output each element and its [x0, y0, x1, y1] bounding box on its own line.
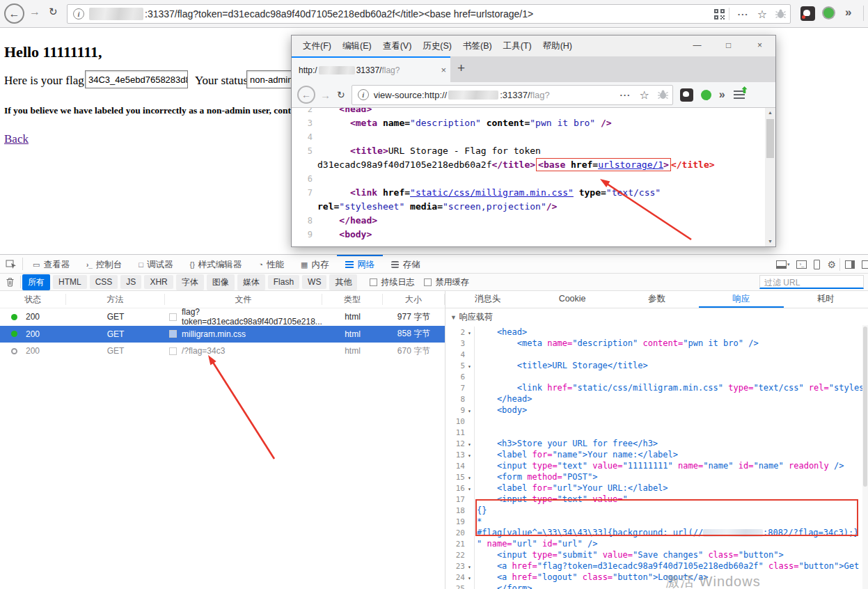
sidebar-toggle-icon[interactable]: [845, 260, 855, 269]
bookmark-star-icon[interactable]: ☆: [757, 8, 767, 21]
clear-requests-icon[interactable]: [6, 277, 15, 287]
menu-with-update-icon[interactable]: [734, 91, 745, 100]
menu-item[interactable]: 历史(S): [423, 40, 452, 52]
reload-button[interactable]: ↻: [49, 6, 58, 18]
address-bar[interactable]: i view-source:http:// :31337/ flag? ··· …: [352, 85, 673, 105]
minimize-button[interactable]: —: [681, 36, 713, 56]
column-header[interactable]: 状态: [0, 294, 66, 305]
menu-item[interactable]: 编辑(E): [342, 40, 372, 52]
detail-tab[interactable]: 消息头: [445, 291, 530, 308]
site-info-icon[interactable]: i: [73, 8, 84, 19]
menu-item[interactable]: 工具(T): [503, 40, 532, 52]
active-tab[interactable]: http:/31337/flag? ×: [292, 56, 450, 82]
new-tab-button[interactable]: +: [457, 61, 465, 76]
scroll-down-icon[interactable]: ▼: [765, 237, 775, 246]
detail-tab[interactable]: 耗时: [784, 291, 868, 308]
maximize-button[interactable]: □: [713, 36, 744, 56]
checkbox-option[interactable]: 持续日志: [370, 276, 414, 288]
bug-extension-icon[interactable]: [658, 90, 668, 100]
column-header[interactable]: 文件: [165, 294, 322, 305]
popup-tabbar: http:/31337/flag? × +: [292, 56, 775, 82]
devtools-tab-label: 查看器: [43, 259, 70, 271]
dock-arrow-icon: ▾: [787, 262, 790, 267]
back-button[interactable]: ←: [297, 86, 315, 104]
overflow-chevrons-icon[interactable]: »: [719, 88, 725, 101]
element-picker-icon[interactable]: [6, 259, 17, 269]
reload-button[interactable]: ↻: [337, 89, 345, 100]
menu-item[interactable]: 查看(V): [383, 40, 412, 52]
url-filter-input[interactable]: 过滤 URL: [759, 275, 864, 289]
page-actions-icon[interactable]: ···: [738, 9, 749, 19]
column-header[interactable]: 方法: [66, 294, 165, 305]
back-link[interactable]: Back: [4, 132, 29, 146]
devtools-tab-storage[interactable]: 存储: [383, 255, 428, 273]
filter-pill[interactable]: HTML: [53, 275, 87, 289]
evernote-extension-icon[interactable]: [800, 6, 815, 21]
back-button[interactable]: ←: [4, 3, 24, 24]
forward-button[interactable]: →: [29, 6, 40, 18]
bug-extension-icon[interactable]: [775, 9, 786, 19]
response-payload-header[interactable]: ▼响应载荷: [445, 308, 868, 325]
overflow-chevrons-icon[interactable]: »: [845, 6, 851, 19]
tab-url-path: 31337/: [356, 65, 382, 75]
scrollbar-thumb[interactable]: [863, 327, 867, 487]
request-method: GET: [66, 343, 165, 360]
menu-item[interactable]: 文件(F): [303, 40, 331, 52]
network-table-rows: 200GETflag?token=d31ecadc98a9f40d7105e21…: [0, 308, 445, 360]
bookmark-star-icon[interactable]: ☆: [639, 88, 649, 102]
evernote-extension-icon[interactable]: [680, 88, 693, 102]
forward-button[interactable]: →: [320, 89, 331, 101]
filter-pill[interactable]: CSS: [90, 275, 118, 289]
menu-item[interactable]: 书签(B): [463, 40, 492, 52]
recorder-extension-icon[interactable]: [823, 8, 834, 18]
filter-pill[interactable]: Flash: [268, 275, 299, 289]
devtools-tab-performance[interactable]: 性能: [250, 255, 292, 273]
network-request-row[interactable]: 200GETflag?token=d31ecadc98a9f40d7105e21…: [0, 308, 445, 326]
detail-tab[interactable]: Cookie: [530, 291, 614, 308]
checkbox[interactable]: [424, 278, 432, 286]
filter-pill[interactable]: 媒体: [237, 274, 265, 290]
devtools-tab-network[interactable]: 网络: [337, 255, 383, 273]
settings-gear-icon[interactable]: ⚙: [827, 259, 836, 270]
page-actions-icon[interactable]: ···: [620, 90, 631, 100]
scrollbar-thumb[interactable]: [766, 119, 774, 158]
column-header[interactable]: 类型: [322, 294, 383, 305]
devtools-tab-style-editor[interactable]: 样式编辑器: [181, 255, 250, 273]
split-console-icon[interactable]: ›_: [796, 260, 807, 269]
tab-close-icon[interactable]: ×: [441, 65, 446, 75]
responsive-mode-icon[interactable]: [814, 260, 820, 269]
network-request-row[interactable]: 200GETmilligram.min.csshtml858 字节: [0, 326, 445, 343]
devtools-tab-console[interactable]: 控制台: [78, 255, 130, 273]
column-header[interactable]: 大小: [383, 294, 445, 305]
filter-pill[interactable]: 字体: [176, 274, 204, 290]
filter-pill[interactable]: 其他: [329, 274, 357, 290]
recorder-extension-icon[interactable]: [701, 90, 711, 100]
devtools-tab-debugger[interactable]: 调试器: [130, 255, 181, 273]
filter-pill[interactable]: 所有: [22, 274, 50, 290]
devtools-tab-inspector[interactable]: 查看器: [24, 255, 78, 273]
site-info-icon[interactable]: i: [358, 89, 369, 100]
address-url-text[interactable]: :31337/flag?token=d31ecadc98a9f40d7105e2…: [145, 8, 711, 19]
qr-code-icon[interactable]: [714, 9, 725, 19]
filter-pill[interactable]: JS: [120, 275, 141, 289]
filter-pill[interactable]: XHR: [144, 275, 173, 289]
scroll-up-icon[interactable]: ▲: [765, 108, 775, 118]
activate-windows-watermark: 激活 Windows: [665, 572, 761, 589]
network-request-row[interactable]: 200GET/?flag=34c3html670 字节: [0, 343, 445, 360]
menu-item[interactable]: 帮助(H): [543, 40, 572, 52]
address-bar[interactable]: i :31337/flag?token=d31ecadc98a9f40d7105…: [67, 4, 791, 24]
devtools-tab-memory[interactable]: 内存: [292, 255, 337, 273]
filter-pill[interactable]: 图像: [207, 274, 235, 290]
checkbox[interactable]: [370, 278, 377, 286]
flag-value-input[interactable]: 34C3_4e5ebd7658283d8: [85, 70, 188, 88]
dock-side-icon[interactable]: ▾: [776, 260, 790, 269]
clipped-toolbar-icon[interactable]: [862, 260, 868, 269]
filter-pill[interactable]: WS: [302, 275, 326, 289]
view-source-url-prefix[interactable]: view-source:http://: [374, 90, 448, 100]
scrollbar[interactable]: [862, 325, 868, 589]
detail-tab[interactable]: 响应: [699, 291, 783, 308]
close-button[interactable]: ×: [744, 36, 775, 56]
scrollbar[interactable]: ▲ ▼: [765, 108, 775, 246]
checkbox-option[interactable]: 禁用缓存: [424, 276, 468, 288]
detail-tab[interactable]: 参数: [615, 291, 699, 308]
